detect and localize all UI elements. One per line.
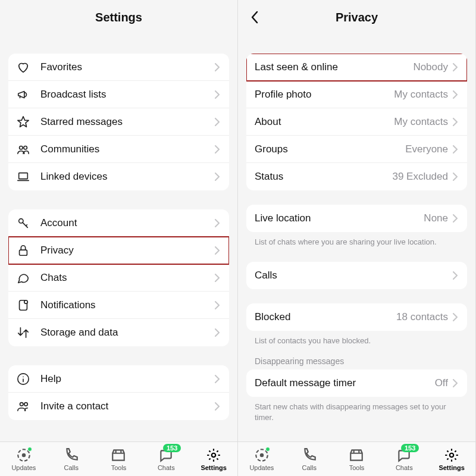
blocked-footnote: List of contacts you have blocked. [246,331,467,346]
row-label: Live location [255,212,424,224]
settings-content: FavoritesBroadcast listsStarred messages… [0,35,237,441]
chevron-right-icon [214,273,221,283]
row-label: About [255,116,394,128]
row-label: Favorites [40,61,214,73]
tabbar: UpdatesCallsTools153ChatsSettings [238,441,475,476]
notification-icon [17,299,30,312]
chevron-right-icon [214,218,221,228]
chevron-right-icon [214,90,221,99]
svg-rect-4 [20,250,27,255]
megaphone-icon [17,88,30,101]
chevron-right-icon [214,62,221,72]
chevron-right-icon [214,117,221,127]
tab-updates[interactable]: Updates [240,447,283,471]
row-invite-a-contact[interactable]: Invite a contact [8,393,229,420]
settings-group-3: HelpInvite a contact [8,365,229,420]
chevron-right-icon [452,214,459,223]
row-about[interactable]: AboutMy contacts [246,108,467,136]
tab-updates[interactable]: Updates [2,447,45,471]
row-notifications[interactable]: Notifications [8,292,229,319]
svg-point-1 [24,146,27,149]
tab-calls[interactable]: Calls [288,447,331,471]
default-timer-footnote: Start new chats with disappearing messag… [246,397,467,422]
chevron-right-icon [214,300,221,310]
row-label: Profile photo [255,89,394,101]
row-label: Groups [255,143,405,155]
tab-settings[interactable]: Settings [430,447,473,471]
chats-icon: 153 [158,447,174,463]
row-favorites[interactable]: Favorites [8,54,229,81]
privacy-header: Privacy [238,0,475,35]
chevron-right-icon [452,271,459,280]
row-chats[interactable]: Chats [8,264,229,292]
row-calls[interactable]: Calls [246,262,467,289]
row-label: Blocked [255,311,396,323]
row-starred-messages[interactable]: Starred messages [8,108,229,136]
chat-icon [17,271,30,284]
tab-settings[interactable]: Settings [192,447,235,471]
badge: 153 [401,444,419,452]
chevron-right-icon [452,145,459,154]
chevron-right-icon [214,374,221,384]
svg-point-0 [20,146,23,149]
tab-tools[interactable]: Tools [97,447,140,471]
invite-icon [17,400,30,413]
key-icon [17,217,30,230]
svg-point-6 [24,300,28,303]
row-status[interactable]: Status39 Excluded [246,163,467,190]
chevron-right-icon [452,312,459,322]
tab-chats[interactable]: 153Chats [145,447,187,471]
privacy-who-group: Last seen & onlineNobodyProfile photoMy … [246,54,467,190]
row-value: 39 Excluded [392,171,448,183]
calls-icon [64,447,79,463]
live-location-group: Live location None [246,205,467,232]
row-account[interactable]: Account [8,209,229,237]
disappearing-section-head: Disappearing messages [246,346,467,369]
tab-tools[interactable]: Tools [335,447,378,471]
row-label: Notifications [40,299,214,311]
row-label: Starred messages [40,116,214,128]
chevron-right-icon [214,145,221,154]
tab-chats[interactable]: 153Chats [383,447,425,471]
tab-label: Calls [302,464,316,471]
privacy-content: Last seen & onlineNobodyProfile photoMy … [238,35,475,441]
chats-icon: 153 [396,447,412,463]
row-value: My contacts [394,89,448,101]
calls-icon [302,447,317,463]
row-default-timer[interactable]: Default message timer Off [246,369,467,397]
row-help[interactable]: Help [8,365,229,393]
row-label: Broadcast lists [40,89,214,101]
chevron-right-icon [214,402,221,411]
row-privacy[interactable]: Privacy [8,237,229,264]
row-value: My contacts [394,116,448,128]
row-label: Linked devices [40,171,214,183]
chevron-right-icon [452,90,459,99]
chevron-right-icon [452,117,459,127]
row-last-seen-online[interactable]: Last seen & onlineNobody [246,54,467,81]
tab-label: Tools [111,464,127,471]
row-linked-devices[interactable]: Linked devices [8,163,229,190]
row-storage-and-data[interactable]: Storage and data [8,319,229,346]
chevron-right-icon [452,378,459,388]
notification-dot [27,447,32,452]
row-groups[interactable]: GroupsEveryone [246,136,467,163]
svg-point-11 [22,453,26,457]
tab-calls[interactable]: Calls [50,447,93,471]
settings-icon [206,447,221,463]
row-communities[interactable]: Communities [8,136,229,163]
row-value: None [424,212,448,224]
row-blocked[interactable]: Blocked 18 contacts [246,303,467,331]
disappearing-group: Default message timer Off [246,369,467,397]
row-broadcast-lists[interactable]: Broadcast lists [8,81,229,108]
tab-label: Chats [158,464,175,471]
updates-icon [254,447,270,463]
privacy-title: Privacy [336,11,378,24]
svg-point-14 [260,453,264,457]
svg-point-15 [450,453,454,457]
tools-icon [111,447,126,463]
row-profile-photo[interactable]: Profile photoMy contacts [246,81,467,108]
notification-dot [265,447,270,452]
chevron-right-icon [214,328,221,337]
row-live-location[interactable]: Live location None [246,205,467,232]
back-button[interactable] [244,7,265,28]
